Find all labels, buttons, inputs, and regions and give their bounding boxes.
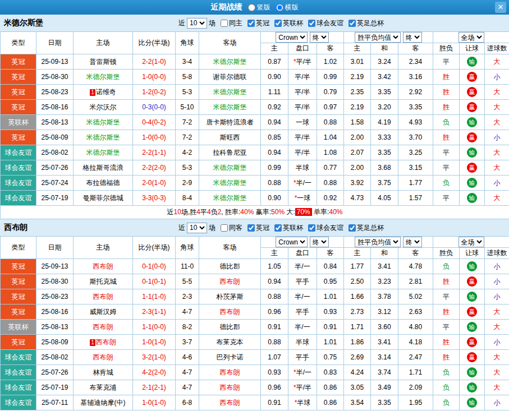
same-venue-checkbox[interactable] xyxy=(221,20,228,27)
close-button[interactable]: ✕ xyxy=(495,2,506,13)
handicap-result-badge: 输 xyxy=(467,367,477,377)
odds-handicap: 平/半 xyxy=(288,145,317,160)
avg-final-select[interactable]: 终 xyxy=(403,32,422,43)
summary-segment: 平 xyxy=(200,208,207,216)
corner-count: 5-10 xyxy=(176,100,199,115)
avg-home: 3.05 xyxy=(344,380,371,395)
filter-league-2[interactable]: 球会友谊 xyxy=(308,19,343,28)
result-wdl: 负 xyxy=(433,176,460,191)
league-checkbox-1[interactable] xyxy=(274,224,282,232)
filter-league-1[interactable]: 英联杯 xyxy=(274,19,303,28)
filter-league-1[interactable]: 英联杯 xyxy=(274,223,303,233)
filter-league-3[interactable]: 英足总杯 xyxy=(348,223,384,233)
sub-header-avg-away: 客 xyxy=(398,43,433,54)
odds-away: 0.97 xyxy=(317,100,344,115)
filter-league-2[interactable]: 球会友谊 xyxy=(308,223,343,233)
away-team: 米德尔斯堡 xyxy=(199,191,261,206)
league-badge: 球会友谊 xyxy=(1,365,36,380)
avg-draw: 3.20 xyxy=(371,100,398,115)
layout-radio-vertical[interactable] xyxy=(248,4,255,11)
bookmaker-select[interactable]: Crown xyxy=(276,32,308,43)
odds-home: 0.91 xyxy=(261,320,288,335)
match-score: 0-1(0-1) xyxy=(133,274,176,289)
odds-away: 0.95 xyxy=(317,274,344,289)
result-wdl: 平 xyxy=(433,160,460,176)
layout-option-horizontal[interactable]: 横版 xyxy=(276,3,299,12)
league-checkbox-2[interactable] xyxy=(308,224,315,232)
avg-draw: 3.33 xyxy=(371,130,398,145)
layout-option-vertical[interactable]: 竖版 xyxy=(248,3,270,12)
filter-league-3[interactable]: 英足总杯 xyxy=(348,19,384,28)
sub-header-handicap-result: 让球 xyxy=(460,43,485,54)
bookmaker-select[interactable]: Crown xyxy=(276,237,308,247)
result-wdl: 平 xyxy=(433,320,460,335)
home-team: 曼斯菲尔德城 xyxy=(74,191,133,206)
filter-league-0[interactable]: 英冠 xyxy=(247,19,269,28)
avg-select[interactable]: 胜平负均值 xyxy=(355,32,401,43)
match-count-select[interactable]: 10 xyxy=(187,223,207,233)
avg-draw: 3.41 xyxy=(371,259,398,274)
odds-handicap: 平手 xyxy=(288,274,317,289)
filter-same-venue[interactable]: 同主 xyxy=(221,19,242,28)
result-goals: 小 xyxy=(485,130,509,145)
league-checkbox-3[interactable] xyxy=(348,20,356,27)
match-row: 英冠25-08-231诺维奇1-2(0-2)5-3米德尔斯堡1.11平/半0.7… xyxy=(1,85,509,100)
corner-count: 4-6 xyxy=(176,350,199,365)
league-checkbox-3[interactable] xyxy=(348,224,356,232)
filter-same-venue[interactable]: 同客 xyxy=(221,223,242,233)
avg-draw: 3.12 xyxy=(371,304,398,320)
odds-final-select[interactable]: 终 xyxy=(310,237,329,247)
summary-segment: 40% xyxy=(240,208,254,216)
result-goals: 大 xyxy=(485,320,509,335)
match-score: 1-0(0-0) xyxy=(133,130,176,145)
home-team: 米德尔斯堡 xyxy=(74,115,133,130)
league-checkbox-0[interactable] xyxy=(247,20,255,27)
team-name: 西布朗 xyxy=(4,223,27,233)
fullmatch-select[interactable]: 全场 xyxy=(458,32,484,43)
match-date: 25-08-09 xyxy=(36,130,74,145)
avg-away: 1.95 xyxy=(398,395,433,410)
league-badge: 球会友谊 xyxy=(1,176,36,191)
avg-home: 2.07 xyxy=(344,145,371,160)
match-row: 英冠25-08-30斯托克城0-1(0-1)5-5西布朗0.94平手0.952.… xyxy=(1,274,509,289)
match-score: 1-0(1-0) xyxy=(133,395,176,410)
result-wdl: 平 xyxy=(433,289,460,304)
summary-segment: , 胜率: xyxy=(221,208,240,216)
avg-final-select[interactable]: 终 xyxy=(403,237,422,247)
result-wdl: 平 xyxy=(433,191,460,206)
match-count-select[interactable]: 10 xyxy=(187,18,207,29)
odds-handicap: *平/半 xyxy=(288,380,317,395)
match-date: 25-08-23 xyxy=(36,289,74,304)
fullmatch-select[interactable]: 全场 xyxy=(458,237,484,247)
league-checkbox-2[interactable] xyxy=(308,20,315,27)
avg-select[interactable]: 胜平负均值 xyxy=(355,237,401,247)
odds-final-select[interactable]: 终 xyxy=(310,32,329,43)
close-icon: ✕ xyxy=(498,3,504,11)
league-badge: 英冠 xyxy=(1,289,36,304)
league-badge: 英冠 xyxy=(1,335,36,350)
avg-group-header: 胜平负均值 终 xyxy=(344,32,433,43)
away-team: 唐卡斯特流浪者 xyxy=(199,115,261,130)
sub-header-avg-away: 客 xyxy=(398,248,433,259)
sub-header-avg-draw: 和 xyxy=(371,43,398,54)
result-handicap: 输 xyxy=(460,176,485,191)
home-team: 1诺维奇 xyxy=(74,85,133,100)
match-score: 2-2(2-0) xyxy=(133,160,176,176)
corner-count: 5-3 xyxy=(176,85,199,100)
layout-radio-horizontal[interactable] xyxy=(276,4,283,11)
avg-away: 3.35 xyxy=(398,100,433,115)
league-checkbox-0[interactable] xyxy=(247,224,255,232)
league-checkbox-1[interactable] xyxy=(274,20,282,27)
match-row: 英冠25-08-09米德尔斯堡1-0(0-0)7-2斯旺西0.85平/半1.04… xyxy=(1,130,509,145)
filter-label-matches: 场 xyxy=(209,223,215,233)
home-team: 斯托克城 xyxy=(74,274,133,289)
summary-segment: 4 xyxy=(207,208,211,216)
home-team: 米尔沃尔 xyxy=(74,100,133,115)
filter-league-0[interactable]: 英冠 xyxy=(247,223,269,233)
odds-away: 1.04 xyxy=(317,130,344,145)
sub-header-handicap-result: 让球 xyxy=(460,248,485,259)
same-venue-checkbox[interactable] xyxy=(221,224,228,232)
result-goals: 小 xyxy=(485,335,509,350)
avg-away: 5.02 xyxy=(398,289,433,304)
odds-home: 0.94 xyxy=(261,145,288,160)
